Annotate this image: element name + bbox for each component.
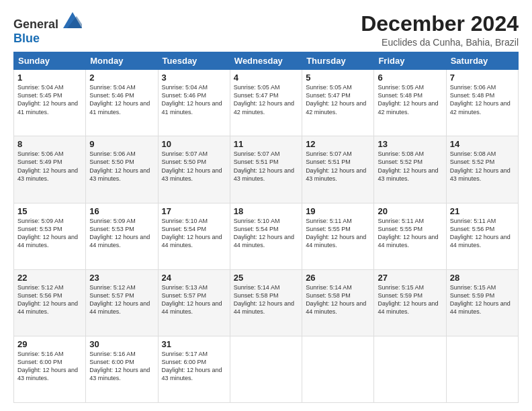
day-info: Sunrise: 5:17 AMSunset: 6:00 PMDaylight:… bbox=[162, 351, 222, 381]
day-number: 29 bbox=[17, 339, 82, 349]
table-row: 20 Sunrise: 5:11 AMSunset: 5:55 PMDaylig… bbox=[374, 203, 446, 269]
day-info: Sunrise: 5:10 AMSunset: 5:54 PMDaylight:… bbox=[162, 218, 222, 248]
day-info: Sunrise: 5:09 AMSunset: 5:53 PMDaylight:… bbox=[89, 218, 150, 248]
week-row-3: 15 Sunrise: 5:09 AMSunset: 5:53 PMDaylig… bbox=[14, 203, 519, 269]
table-row: 14 Sunrise: 5:08 AMSunset: 5:52 PMDaylig… bbox=[446, 136, 518, 203]
table-row: 11 Sunrise: 5:07 AMSunset: 5:51 PMDaylig… bbox=[230, 136, 302, 203]
table-row: 7 Sunrise: 5:06 AMSunset: 5:48 PMDayligh… bbox=[446, 70, 518, 136]
table-row: 4 Sunrise: 5:05 AMSunset: 5:47 PMDayligh… bbox=[230, 70, 302, 136]
table-row: 12 Sunrise: 5:07 AMSunset: 5:51 PMDaylig… bbox=[302, 136, 374, 203]
title-block: December 2024 Euclides da Cunha, Bahia, … bbox=[361, 12, 519, 48]
table-row: 23 Sunrise: 5:12 AMSunset: 5:57 PMDaylig… bbox=[86, 269, 158, 336]
week-row-4: 22 Sunrise: 5:12 AMSunset: 5:56 PMDaylig… bbox=[14, 269, 519, 336]
day-number: 2 bbox=[89, 73, 154, 83]
col-sunday: Sunday bbox=[14, 52, 86, 70]
col-friday: Friday bbox=[374, 52, 446, 70]
day-number: 24 bbox=[162, 273, 226, 283]
table-row: 18 Sunrise: 5:10 AMSunset: 5:54 PMDaylig… bbox=[230, 203, 302, 269]
day-number: 8 bbox=[17, 139, 82, 149]
day-number: 31 bbox=[162, 339, 226, 349]
day-number: 4 bbox=[234, 73, 298, 83]
day-info: Sunrise: 5:09 AMSunset: 5:53 PMDaylight:… bbox=[17, 218, 78, 248]
header: General Blue December 2024 Euclides da C… bbox=[13, 12, 519, 48]
table-row: 8 Sunrise: 5:06 AMSunset: 5:49 PMDayligh… bbox=[14, 136, 86, 203]
day-number: 11 bbox=[234, 139, 298, 149]
table-row: 30 Sunrise: 5:16 AMSunset: 6:00 PMDaylig… bbox=[86, 336, 158, 402]
calendar-title: December 2024 bbox=[361, 12, 519, 36]
day-info: Sunrise: 5:04 AMSunset: 5:46 PMDaylight:… bbox=[89, 84, 150, 115]
table-row bbox=[374, 336, 446, 402]
day-number: 23 bbox=[89, 273, 154, 283]
day-number: 19 bbox=[306, 206, 370, 216]
day-info: Sunrise: 5:06 AMSunset: 5:49 PMDaylight:… bbox=[17, 150, 78, 181]
day-number: 10 bbox=[162, 139, 226, 149]
day-info: Sunrise: 5:14 AMSunset: 5:58 PMDaylight:… bbox=[306, 284, 366, 315]
day-number: 12 bbox=[306, 139, 370, 149]
calendar-subtitle: Euclides da Cunha, Bahia, Brazil bbox=[361, 37, 519, 48]
logo-blue: Blue bbox=[13, 32, 40, 45]
week-row-2: 8 Sunrise: 5:06 AMSunset: 5:49 PMDayligh… bbox=[14, 136, 519, 203]
day-info: Sunrise: 5:06 AMSunset: 5:48 PMDaylight:… bbox=[450, 84, 511, 115]
day-info: Sunrise: 5:08 AMSunset: 5:52 PMDaylight:… bbox=[378, 150, 438, 181]
header-row: Sunday Monday Tuesday Wednesday Thursday… bbox=[14, 52, 519, 70]
table-row: 10 Sunrise: 5:07 AMSunset: 5:50 PMDaylig… bbox=[158, 136, 230, 203]
day-info: Sunrise: 5:11 AMSunset: 5:55 PMDaylight:… bbox=[306, 218, 366, 248]
day-info: Sunrise: 5:05 AMSunset: 5:47 PMDaylight:… bbox=[306, 84, 366, 115]
day-number: 13 bbox=[378, 139, 442, 149]
table-row: 22 Sunrise: 5:12 AMSunset: 5:56 PMDaylig… bbox=[14, 269, 86, 336]
table-row: 24 Sunrise: 5:13 AMSunset: 5:57 PMDaylig… bbox=[158, 269, 230, 336]
col-tuesday: Tuesday bbox=[158, 52, 230, 70]
day-number: 3 bbox=[162, 73, 226, 83]
day-info: Sunrise: 5:07 AMSunset: 5:50 PMDaylight:… bbox=[162, 150, 222, 181]
day-info: Sunrise: 5:07 AMSunset: 5:51 PMDaylight:… bbox=[234, 150, 294, 181]
day-info: Sunrise: 5:12 AMSunset: 5:57 PMDaylight:… bbox=[89, 284, 150, 315]
calendar-table: Sunday Monday Tuesday Wednesday Thursday… bbox=[13, 52, 519, 403]
day-info: Sunrise: 5:13 AMSunset: 5:57 PMDaylight:… bbox=[162, 284, 222, 315]
day-number: 15 bbox=[17, 206, 82, 216]
day-info: Sunrise: 5:10 AMSunset: 5:54 PMDaylight:… bbox=[234, 218, 294, 248]
table-row: 19 Sunrise: 5:11 AMSunset: 5:55 PMDaylig… bbox=[302, 203, 374, 269]
col-saturday: Saturday bbox=[446, 52, 518, 70]
col-wednesday: Wednesday bbox=[230, 52, 302, 70]
logo-text: General Blue bbox=[13, 12, 82, 46]
day-info: Sunrise: 5:06 AMSunset: 5:50 PMDaylight:… bbox=[89, 150, 150, 181]
day-number: 17 bbox=[162, 206, 226, 216]
day-info: Sunrise: 5:04 AMSunset: 5:46 PMDaylight:… bbox=[162, 84, 222, 115]
table-row: 27 Sunrise: 5:15 AMSunset: 5:59 PMDaylig… bbox=[374, 269, 446, 336]
logo-icon bbox=[63, 12, 82, 28]
day-info: Sunrise: 5:15 AMSunset: 5:59 PMDaylight:… bbox=[450, 284, 511, 315]
table-row: 17 Sunrise: 5:10 AMSunset: 5:54 PMDaylig… bbox=[158, 203, 230, 269]
day-info: Sunrise: 5:12 AMSunset: 5:56 PMDaylight:… bbox=[17, 284, 78, 315]
day-info: Sunrise: 5:15 AMSunset: 5:59 PMDaylight:… bbox=[378, 284, 438, 315]
day-info: Sunrise: 5:16 AMSunset: 6:00 PMDaylight:… bbox=[89, 351, 150, 381]
table-row bbox=[302, 336, 374, 402]
day-number: 16 bbox=[89, 206, 154, 216]
day-info: Sunrise: 5:04 AMSunset: 5:45 PMDaylight:… bbox=[17, 84, 78, 115]
week-row-5: 29 Sunrise: 5:16 AMSunset: 6:00 PMDaylig… bbox=[14, 336, 519, 402]
col-thursday: Thursday bbox=[302, 52, 374, 70]
week-row-1: 1 Sunrise: 5:04 AMSunset: 5:45 PMDayligh… bbox=[14, 70, 519, 136]
table-row: 6 Sunrise: 5:05 AMSunset: 5:48 PMDayligh… bbox=[374, 70, 446, 136]
table-row: 9 Sunrise: 5:06 AMSunset: 5:50 PMDayligh… bbox=[86, 136, 158, 203]
table-row: 21 Sunrise: 5:11 AMSunset: 5:56 PMDaylig… bbox=[446, 203, 518, 269]
table-row bbox=[446, 336, 518, 402]
logo: General Blue bbox=[13, 12, 82, 46]
table-row: 29 Sunrise: 5:16 AMSunset: 6:00 PMDaylig… bbox=[14, 336, 86, 402]
table-row bbox=[230, 336, 302, 402]
page: General Blue December 2024 Euclides da C… bbox=[0, 0, 532, 411]
day-info: Sunrise: 5:05 AMSunset: 5:47 PMDaylight:… bbox=[234, 84, 294, 115]
table-row: 3 Sunrise: 5:04 AMSunset: 5:46 PMDayligh… bbox=[158, 70, 230, 136]
day-number: 30 bbox=[89, 339, 154, 349]
day-number: 1 bbox=[17, 73, 82, 83]
day-number: 22 bbox=[17, 273, 82, 283]
day-number: 5 bbox=[306, 73, 370, 83]
table-row: 2 Sunrise: 5:04 AMSunset: 5:46 PMDayligh… bbox=[86, 70, 158, 136]
day-number: 6 bbox=[378, 73, 442, 83]
day-number: 7 bbox=[450, 73, 515, 83]
day-number: 27 bbox=[378, 273, 442, 283]
table-row: 25 Sunrise: 5:14 AMSunset: 5:58 PMDaylig… bbox=[230, 269, 302, 336]
table-row: 16 Sunrise: 5:09 AMSunset: 5:53 PMDaylig… bbox=[86, 203, 158, 269]
day-info: Sunrise: 5:16 AMSunset: 6:00 PMDaylight:… bbox=[17, 351, 78, 381]
day-number: 9 bbox=[89, 139, 154, 149]
table-row: 13 Sunrise: 5:08 AMSunset: 5:52 PMDaylig… bbox=[374, 136, 446, 203]
